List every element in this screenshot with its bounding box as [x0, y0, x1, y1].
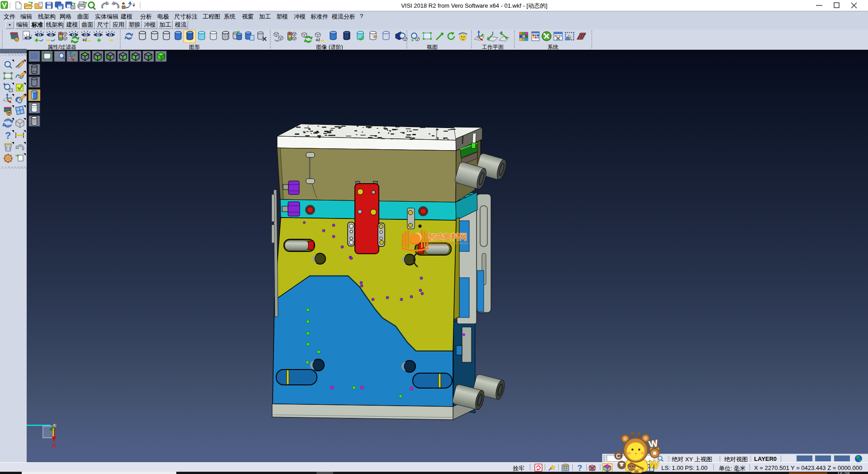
svg-text:?: ? [5, 130, 11, 141]
svg-text:+/: +/ [316, 37, 320, 43]
svg-text:?: ? [577, 464, 582, 472]
svg-text:W: W [648, 458, 660, 471]
svg-text:C: C [616, 452, 621, 460]
svg-text:+/: +/ [82, 37, 86, 43]
